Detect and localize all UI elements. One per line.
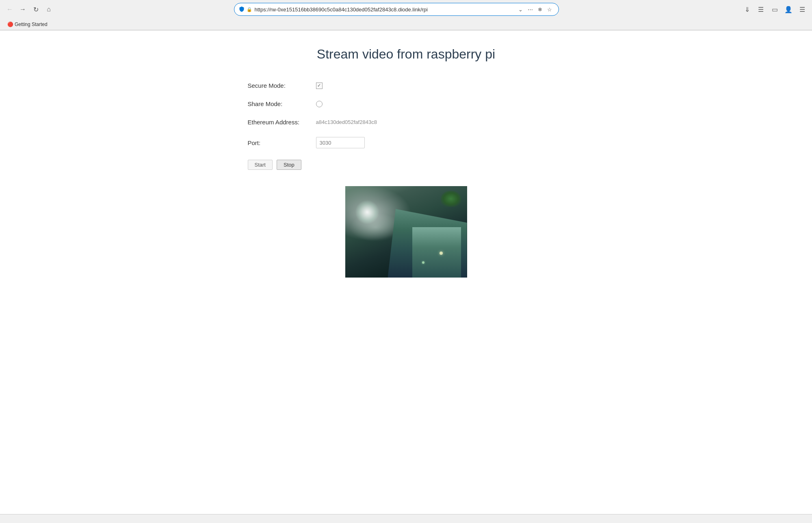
form-section: Secure Mode: ✓ Share Mode: Ethereum Addr…: [232, 82, 581, 170]
secure-mode-row: Secure Mode: ✓: [248, 82, 581, 89]
share-mode-label: Share Mode:: [248, 100, 313, 107]
pocket-button[interactable]: ❄: [536, 6, 544, 13]
share-mode-checkbox[interactable]: [316, 101, 323, 107]
bookmarks-button[interactable]: ☰: [755, 4, 767, 15]
video-container: [232, 186, 581, 278]
port-label: Port:: [248, 139, 313, 146]
video-scene: [345, 186, 467, 278]
lock-icon: 🔒: [247, 7, 252, 12]
address-bar-actions: ⌄ ⋯ ❄ ☆: [517, 6, 554, 13]
star-button[interactable]: ☆: [546, 6, 554, 13]
share-mode-row: Share Mode:: [248, 100, 581, 107]
dropdown-button[interactable]: ⌄: [517, 6, 524, 13]
home-button[interactable]: ⌂: [43, 4, 54, 15]
downloads-button[interactable]: ⇓: [741, 4, 753, 15]
browser-bookmarks-bar: 🔴 Getting Started: [0, 19, 812, 30]
ethereum-address-value: a84c130ded052faf2843c8: [316, 119, 377, 125]
page-content: Stream video from raspberry pi Secure Mo…: [223, 30, 589, 294]
bookmark-label: Getting Started: [15, 22, 48, 27]
account-button[interactable]: 👤: [783, 4, 794, 15]
menu-button[interactable]: ☰: [797, 4, 808, 15]
ethereum-address-label: Ethereum Address:: [248, 119, 313, 126]
video-building2: [412, 227, 461, 278]
back-button[interactable]: ←: [4, 4, 15, 15]
video-plant: [441, 191, 461, 207]
forward-button[interactable]: →: [17, 4, 28, 15]
video-highlight: [355, 200, 379, 224]
video-light1: [440, 252, 443, 255]
reload-button[interactable]: ↻: [30, 4, 41, 15]
bookmark-getting-started[interactable]: 🔴 Getting Started: [4, 21, 51, 28]
ethereum-address-row: Ethereum Address: a84c130ded052faf2843c8: [248, 119, 581, 126]
url-input[interactable]: [255, 7, 514, 13]
browser-nav-buttons: ← → ↻ ⌂: [4, 4, 54, 15]
synced-tabs-button[interactable]: ▭: [769, 4, 780, 15]
secure-mode-checkbox[interactable]: ✓: [316, 82, 323, 89]
page-title: Stream video from raspberry pi: [232, 47, 581, 62]
toolbar-right: ⇓ ☰ ▭ 👤 ☰: [741, 4, 808, 15]
start-button[interactable]: Start: [248, 160, 273, 170]
port-row: Port:: [248, 137, 581, 148]
video-light2: [422, 261, 424, 264]
stop-button[interactable]: Stop: [277, 160, 301, 170]
secure-mode-label: Secure Mode:: [248, 82, 313, 89]
buttons-row: Start Stop: [248, 160, 581, 170]
browser-toolbar: ← → ↻ ⌂ 🔒 ⌄ ⋯ ❄ ☆ ⇓ ☰ ▭: [0, 0, 812, 19]
bookmark-favicon: 🔴: [7, 22, 13, 27]
port-input[interactable]: [316, 137, 365, 148]
video-frame: [345, 186, 467, 278]
browser-chrome: ← → ↻ ⌂ 🔒 ⌄ ⋯ ❄ ☆ ⇓ ☰ ▭: [0, 0, 812, 30]
security-icon: [239, 7, 244, 12]
more-button[interactable]: ⋯: [526, 6, 535, 13]
address-bar-container[interactable]: 🔒 ⌄ ⋯ ❄ ☆: [234, 3, 559, 16]
